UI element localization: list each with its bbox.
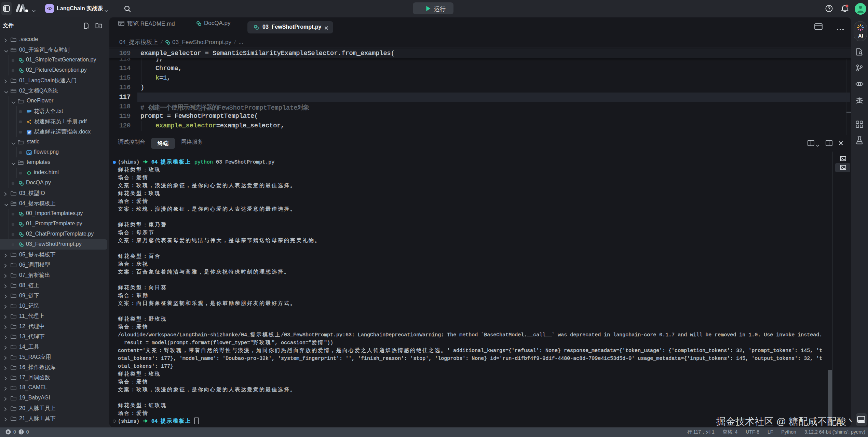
svg-text:W: W	[27, 130, 31, 134]
